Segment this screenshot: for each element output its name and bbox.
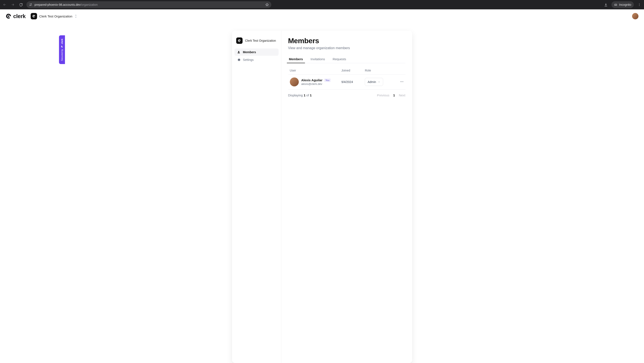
bookmark-star-icon[interactable] [265, 3, 269, 6]
column-header-role: Role [363, 66, 391, 74]
browser-omnibox[interactable]: prepared-phoenix-98.accounts.dev/organiz… [26, 1, 271, 8]
member-email: alexis@clerk.dev [301, 82, 331, 85]
svg-point-0 [31, 3, 32, 4]
card-sidebar: Clerk Test Organization Members Settings [232, 31, 281, 363]
svg-point-8 [62, 46, 62, 47]
svg-point-10 [400, 81, 401, 82]
secured-by-text: Secured by [61, 49, 63, 61]
browser-right-controls: Incognito [603, 1, 642, 8]
browser-reload-button[interactable] [18, 2, 24, 7]
tab-label: Invitations [310, 57, 325, 61]
ellipsis-icon [400, 80, 404, 84]
sidebar-item-label: Settings [243, 58, 254, 61]
svg-point-12 [402, 81, 403, 82]
tab-label: Requests [333, 57, 346, 61]
browser-chrome: prepared-phoenix-98.accounts.dev/organiz… [0, 0, 644, 9]
column-header-user: User [288, 66, 340, 74]
member-role-select[interactable]: Admin [365, 78, 383, 86]
incognito-icon [614, 3, 618, 6]
clerk-glyph-icon [6, 13, 12, 19]
sidebar-item-settings[interactable]: Settings [234, 56, 278, 63]
member-joined: 9/4/2024 [340, 74, 363, 90]
browser-url: prepared-phoenix-98.accounts.dev/organiz… [34, 3, 263, 6]
tab-requests[interactable]: Requests [332, 55, 347, 63]
member-role-value: Admin [368, 80, 376, 84]
clerk-wordmark-text: clerk [13, 13, 26, 19]
svg-point-11 [402, 81, 402, 82]
gear-icon [237, 58, 240, 61]
page-area: Secured by clerk Clerk Test Organization… [0, 23, 644, 363]
column-header-joined: Joined [340, 66, 363, 74]
kebab-icon [638, 3, 641, 6]
members-tabs: Members Invitations Requests [288, 55, 406, 63]
browser-menu-button[interactable] [637, 2, 642, 7]
tab-invitations[interactable]: Invitations [310, 55, 326, 63]
table-header-row: User Joined Role [288, 66, 406, 74]
page-title: Members [288, 36, 406, 45]
org-profile-card: Clerk Test Organization Members Settings… [232, 31, 412, 363]
member-name: Alexis Aguilar [301, 78, 322, 82]
org-glyph-icon [32, 14, 36, 18]
card-main: Members View and manage organization mem… [281, 31, 412, 363]
app-header: clerk Clerk Test Organization [0, 9, 644, 23]
incognito-indicator[interactable]: Incognito [612, 1, 634, 8]
pagination-previous[interactable]: Previous [377, 93, 389, 97]
secured-by-clerk-tab[interactable]: Secured by clerk [59, 35, 65, 64]
svg-point-9 [239, 40, 240, 41]
svg-marker-2 [266, 3, 268, 6]
arrow-right-icon [11, 3, 15, 6]
download-icon [604, 3, 608, 6]
svg-point-5 [639, 5, 640, 6]
org-logo [31, 13, 37, 19]
svg-point-7 [34, 16, 34, 16]
pagination-next[interactable]: Next [399, 93, 406, 97]
svg-point-1 [30, 5, 30, 6]
org-switcher-name: Clerk Test Organization [39, 14, 72, 18]
pagination-page-number: 1 [393, 93, 395, 97]
tab-label: Members [289, 57, 303, 61]
secured-by-brand: clerk [61, 38, 63, 44]
downloads-button[interactable] [603, 2, 608, 7]
svg-point-3 [639, 3, 640, 4]
chevron-down-icon [378, 81, 380, 83]
clerk-logo[interactable]: clerk [6, 13, 26, 19]
page-subtitle: View and manage organization members [288, 46, 406, 50]
sidebar-item-members[interactable]: Members [234, 48, 278, 56]
reload-icon [19, 3, 23, 6]
org-switcher[interactable]: Clerk Test Organization [31, 12, 78, 20]
sidebar-org-name: Clerk Test Organization [245, 39, 276, 42]
member-actions-button[interactable] [400, 81, 404, 84]
person-icon [237, 50, 240, 54]
tab-members[interactable]: Members [288, 55, 304, 63]
svg-point-6 [8, 15, 9, 17]
pagination-controls: Previous 1 Next [377, 93, 406, 97]
pagination-count: Displaying 1 of 1 [288, 93, 312, 97]
org-logo [236, 37, 242, 44]
chevron-updown-icon [74, 14, 77, 18]
sidebar-item-label: Members [243, 50, 256, 54]
clerk-glyph-icon [61, 45, 63, 48]
you-badge: You [324, 78, 331, 82]
sidebar-nav: Members Settings [234, 48, 278, 63]
svg-point-4 [639, 4, 640, 5]
site-settings-icon[interactable] [29, 3, 32, 6]
member-avatar [290, 77, 299, 86]
browser-back-button[interactable] [2, 2, 7, 7]
table-footer: Displaying 1 of 1 Previous 1 Next [288, 93, 406, 97]
sidebar-org-header[interactable]: Clerk Test Organization [234, 36, 278, 45]
org-glyph-icon [238, 39, 241, 42]
incognito-label: Incognito [619, 3, 631, 6]
table-row: Alexis Aguilar You alexis@clerk.dev 9/4/… [288, 74, 406, 90]
arrow-left-icon [3, 3, 6, 6]
member-user-cell: Alexis Aguilar You alexis@clerk.dev [290, 77, 338, 86]
members-table: User Joined Role Alexi [288, 66, 406, 90]
user-avatar[interactable] [632, 13, 638, 19]
browser-forward-button[interactable] [10, 2, 15, 7]
